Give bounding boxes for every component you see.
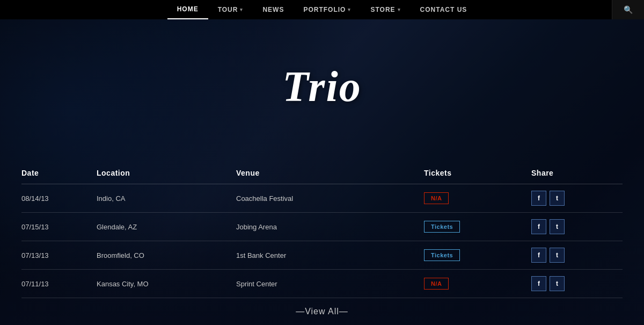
chevron-down-icon: ▾: [348, 7, 351, 12]
ticket-na-button[interactable]: N/A: [424, 192, 449, 204]
row2-share: f t: [531, 219, 639, 234]
twitter-share-button[interactable]: t: [550, 248, 565, 263]
search-icon: 🔍: [624, 5, 633, 14]
row4-tickets: N/A: [424, 278, 531, 290]
nav-tour-label: TOUR: [218, 6, 238, 13]
share-buttons: f t: [531, 219, 639, 234]
search-button[interactable]: 🔍: [612, 0, 644, 19]
row3-venue: 1st Bank Center: [236, 251, 424, 259]
row1-date: 08/14/13: [21, 194, 97, 203]
row3-share: f t: [531, 248, 639, 263]
ticket-na-button[interactable]: N/A: [424, 278, 449, 290]
view-all-button[interactable]: —View All—: [21, 298, 623, 325]
table-row: 07/15/13 Glendale, AZ Jobing Arena Ticke…: [21, 213, 623, 241]
twitter-share-button[interactable]: t: [550, 219, 565, 234]
col-venue: Venue: [236, 169, 424, 177]
row2-venue: Jobing Arena: [236, 223, 424, 231]
share-buttons: f t: [531, 248, 639, 263]
row2-tickets: Tickets: [424, 221, 531, 233]
col-share: Share: [531, 169, 639, 177]
nav-portfolio-label: PORTFOLIO: [303, 6, 346, 13]
row4-share: f t: [531, 276, 639, 291]
ticket-available-button[interactable]: Tickets: [424, 221, 460, 233]
chevron-down-icon: ▾: [240, 7, 243, 12]
table-header-row: Date Location Venue Tickets Share: [21, 162, 623, 184]
row4-date: 07/11/13: [21, 280, 97, 288]
chevron-down-icon: ▾: [398, 7, 401, 12]
hero-section: Trio Date Location Venue Tickets Share 0…: [0, 19, 644, 325]
twitter-share-button[interactable]: t: [550, 191, 565, 206]
row4-location: Kansas City, MO: [97, 280, 236, 288]
table-row: 07/11/13 Kansas City, MO Sprint Center N…: [21, 270, 623, 298]
col-location: Location: [97, 169, 236, 177]
ticket-available-button[interactable]: Tickets: [424, 249, 460, 261]
nav-contact-label: CONTACT US: [420, 6, 467, 13]
row1-location: Indio, CA: [97, 194, 236, 203]
row1-venue: Coachella Festival: [236, 194, 424, 203]
nav-store-label: STORE: [370, 6, 395, 13]
table-row: 07/13/13 Broomfield, CO 1st Bank Center …: [21, 241, 623, 270]
row4-venue: Sprint Center: [236, 280, 424, 288]
view-all-label: —View All—: [296, 307, 348, 316]
facebook-share-button[interactable]: f: [531, 219, 546, 234]
hero-title: Trio: [282, 62, 361, 111]
facebook-share-button[interactable]: f: [531, 191, 546, 206]
col-date: Date: [21, 169, 97, 177]
nav-news[interactable]: NEWS: [253, 0, 294, 19]
row3-date: 07/13/13: [21, 251, 97, 259]
nav-news-label: NEWS: [262, 6, 284, 13]
row2-date: 07/15/13: [21, 223, 97, 231]
twitter-share-button[interactable]: t: [550, 276, 565, 291]
nav-store[interactable]: STORE ▾: [361, 0, 410, 19]
nav-tour[interactable]: TOUR ▾: [208, 0, 253, 19]
table-row: 08/14/13 Indio, CA Coachella Festival N/…: [21, 184, 623, 213]
main-navigation: HOME TOUR ▾ NEWS PORTFOLIO ▾ STORE ▾ CON…: [0, 0, 644, 19]
nav-portfolio[interactable]: PORTFOLIO ▾: [294, 0, 361, 19]
facebook-share-button[interactable]: f: [531, 248, 546, 263]
row1-tickets: N/A: [424, 192, 531, 204]
nav-items: HOME TOUR ▾ NEWS PORTFOLIO ▾ STORE ▾ CON…: [167, 0, 477, 19]
facebook-share-button[interactable]: f: [531, 276, 546, 291]
nav-home-label: HOME: [177, 5, 199, 13]
row3-location: Broomfield, CO: [97, 251, 236, 259]
tour-table-container: Date Location Venue Tickets Share 08/14/…: [0, 162, 644, 325]
share-buttons: f t: [531, 191, 639, 206]
nav-home[interactable]: HOME: [167, 0, 208, 19]
nav-contact[interactable]: CONTACT US: [411, 0, 477, 19]
share-buttons: f t: [531, 276, 639, 291]
row1-share: f t: [531, 191, 639, 206]
col-tickets: Tickets: [424, 169, 531, 177]
row3-tickets: Tickets: [424, 249, 531, 261]
row2-location: Glendale, AZ: [97, 223, 236, 231]
